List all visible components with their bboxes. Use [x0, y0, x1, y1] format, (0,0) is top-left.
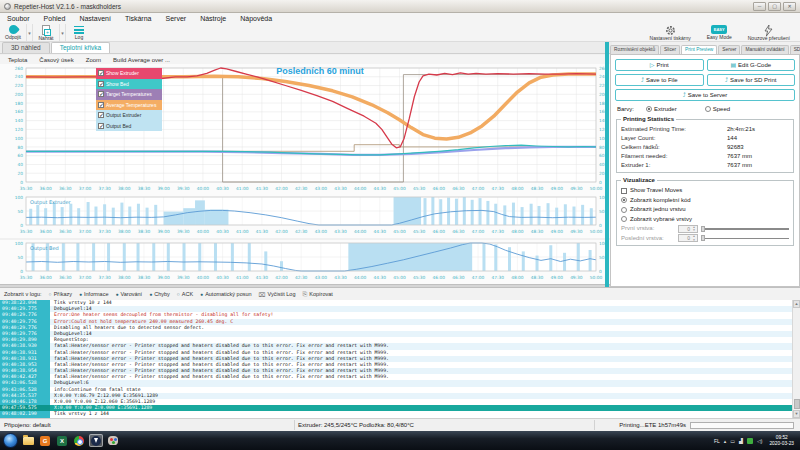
- edit-gcode-button[interactable]: ▤Edit G-Code: [707, 59, 796, 71]
- first-layer-stepper[interactable]: 0▲▼: [678, 225, 698, 233]
- lightning-icon: [764, 25, 773, 36]
- easy-mode-button[interactable]: EASY Easy Mode: [703, 24, 736, 41]
- vertical-splitter[interactable]: [605, 42, 609, 287]
- viz-option-zobrazit-kompletn-k-d[interactable]: Zobrazit kompletní kód: [621, 196, 789, 206]
- trash-icon: ⌧: [259, 291, 266, 298]
- taskbar-app-orange-icon[interactable]: G: [38, 434, 52, 447]
- load-button[interactable]: Nahrát: [33, 24, 59, 41]
- legend-show-bed[interactable]: ✓Show Bed: [96, 79, 162, 90]
- connection-status: Připojeno: default: [4, 422, 51, 428]
- menu-soubor[interactable]: Soubor: [0, 13, 37, 24]
- svg-text:37:30: 37:30: [98, 186, 111, 191]
- antivirus-tray-icon[interactable]: [747, 438, 753, 444]
- print-button[interactable]: ▷Print: [615, 59, 704, 71]
- load-dropdown[interactable]: ▾: [59, 24, 66, 41]
- chart-menu-build-average-over[interactable]: Build Average over ...: [113, 57, 170, 63]
- log-message: fatal:Heater/sensor error - Printer stop…: [50, 374, 389, 380]
- tab-server[interactable]: Server: [718, 45, 740, 54]
- menu-n-pov-da[interactable]: Nápověda: [233, 13, 279, 24]
- log-filter-chyby[interactable]: ●Chyby: [149, 291, 170, 297]
- tab-teplotn-k-ivka[interactable]: Teplotní křivka: [51, 42, 111, 53]
- log-action-kop-rovat[interactable]: ⎘Kopírovat: [302, 291, 332, 298]
- legend-output-bed[interactable]: ✓Output Bed: [96, 121, 162, 132]
- menu-server[interactable]: Server: [159, 13, 194, 24]
- chart-menu-zoom[interactable]: Zoom: [86, 57, 101, 63]
- scroll-down-arrow[interactable]: ▼: [793, 410, 800, 418]
- svg-text:43:00: 43:00: [315, 275, 328, 280]
- checkbox-icon[interactable]: ✓: [98, 70, 104, 76]
- printing-status: Printing...ETE 1h57m49s: [598, 422, 686, 428]
- tab-rozm-st-n-objekt[interactable]: Rozmístění objektů: [610, 45, 659, 54]
- log-scrollbar[interactable]: ▲ ▼: [792, 300, 800, 418]
- language-indicator[interactable]: FL: [714, 438, 720, 444]
- emergency-stop-button[interactable]: Nouzové přerušení: [744, 24, 794, 41]
- svg-text:46:00: 46:00: [433, 229, 446, 234]
- save-to-server-button[interactable]: ⤴Save to Server: [615, 89, 795, 101]
- scrollbar-thumb[interactable]: [794, 399, 800, 409]
- legend-output-extruder[interactable]: ✓Output Extruder: [96, 110, 162, 121]
- taskbar-paint-icon[interactable]: [106, 434, 120, 447]
- log-toggle-button[interactable]: Log: [66, 24, 92, 41]
- checkbox-icon[interactable]: ✓: [98, 102, 104, 108]
- svg-text:41:00: 41:00: [236, 275, 249, 280]
- checkbox-icon: [621, 188, 627, 194]
- log-filter-automatick-posun[interactable]: ●Automatický posun: [200, 291, 252, 297]
- start-button[interactable]: [3, 433, 18, 448]
- color-option-speed[interactable]: Speed: [705, 106, 730, 112]
- log-filter-p-kazy[interactable]: ○Příkazy: [49, 291, 72, 297]
- log-filter-ack[interactable]: ○ACK: [177, 291, 193, 297]
- taskbar-repetier-icon[interactable]: [89, 434, 103, 447]
- tab-manu-ln-ovl-d-n[interactable]: Manuální ovládání: [741, 45, 788, 54]
- stat-row: Estimated Printing Time:2h:4m:21s: [621, 125, 789, 134]
- log-filter-informace[interactable]: ●Informace: [79, 291, 109, 297]
- checkbox-icon[interactable]: ✓: [98, 91, 104, 97]
- tab-slicer[interactable]: Slicer: [660, 45, 680, 54]
- checkbox-icon[interactable]: ✓: [98, 81, 104, 87]
- svg-text:42:30: 42:30: [295, 229, 308, 234]
- legend-show-extruder[interactable]: ✓Show Extruder: [96, 68, 162, 79]
- tab-3d-n-hled[interactable]: 3D náhled: [2, 42, 50, 53]
- taskbar-excel-icon[interactable]: X: [55, 434, 69, 447]
- checkbox-icon[interactable]: ✓: [98, 112, 104, 118]
- chart-menu-teplota[interactable]: Teplota: [8, 57, 27, 63]
- last-layer-slider[interactable]: [701, 234, 789, 242]
- menu-nastaven[interactable]: Nastavení: [72, 13, 118, 24]
- legend-average-temperatures[interactable]: ✓Average Temperatures: [96, 100, 162, 111]
- output-bed-chart: 35:3036:0036:3037:0037:3038:0038:3039:00…: [0, 240, 612, 284]
- last-layer-stepper[interactable]: 0▲▼: [678, 234, 698, 242]
- disconnect-dropdown[interactable]: ▾: [26, 24, 33, 41]
- svg-text:44:00: 44:00: [354, 275, 367, 280]
- tab-print-preview[interactable]: Print Preview: [681, 45, 717, 54]
- volume-tray-icon[interactable]: ◁): [757, 438, 763, 444]
- color-option-extruder[interactable]: Extruder: [646, 106, 677, 112]
- log-filter-varov-n[interactable]: ●Varování: [115, 291, 142, 297]
- hidden-icons-arrow[interactable]: ▴: [724, 438, 727, 444]
- scroll-up-arrow[interactable]: ▲: [793, 300, 800, 308]
- menu-tisk-rna[interactable]: Tiskárna: [118, 13, 159, 24]
- menu-n-stroje[interactable]: Nástroje: [193, 13, 233, 24]
- log-row[interactable]: 09:48:02.190Tisk vrstvy 1 z 144: [0, 411, 792, 417]
- first-layer-slider[interactable]: [701, 225, 789, 233]
- log-output[interactable]: 09:38:23.094Tisk vrstvy 10 z 14409:40:29…: [0, 300, 792, 418]
- taskbar-chrome-icon[interactable]: [72, 434, 86, 447]
- printer-settings-button[interactable]: Nastavení tiskárny: [646, 24, 695, 41]
- minimize-button[interactable]: ─: [753, 2, 766, 11]
- save-to-file-button[interactable]: ⤴Save to File: [615, 74, 704, 86]
- save-for-sd-button[interactable]: ⤴Save for SD Print: [707, 74, 796, 86]
- taskbar-explorer-icon[interactable]: [21, 434, 35, 447]
- checkbox-icon[interactable]: ✓: [98, 123, 104, 129]
- chart-menu-asov-sek[interactable]: Časový úsek: [39, 57, 73, 63]
- legend-target-temperatures[interactable]: ✓Target Temperatures: [96, 89, 162, 100]
- taskbar-clock[interactable]: 09:522020-03-23: [766, 435, 797, 446]
- log-action-vy-istit-log[interactable]: ⌧Vyčistit Log: [259, 291, 296, 298]
- tab-sd-karta[interactable]: SD karta: [790, 45, 800, 54]
- network-tray-icon[interactable]: ▟: [739, 438, 743, 444]
- disconnect-button[interactable]: Odpojit: [0, 24, 26, 41]
- maximize-button[interactable]: ▢: [768, 2, 781, 11]
- display-tray-icon[interactable]: ▭: [730, 438, 735, 444]
- viz-option-zobrazit-vybran-vrstvy[interactable]: Zobrazit vybrané vrstvy: [621, 215, 789, 225]
- viz-option-zobrazit-jednu-vrstvu[interactable]: Zobrazit jednu vrstvu: [621, 205, 789, 215]
- menu-pohled[interactable]: Pohled: [37, 13, 73, 24]
- close-button[interactable]: ✕: [783, 2, 796, 11]
- show-travel-moves-checkbox[interactable]: Show Travel Moves: [621, 186, 789, 196]
